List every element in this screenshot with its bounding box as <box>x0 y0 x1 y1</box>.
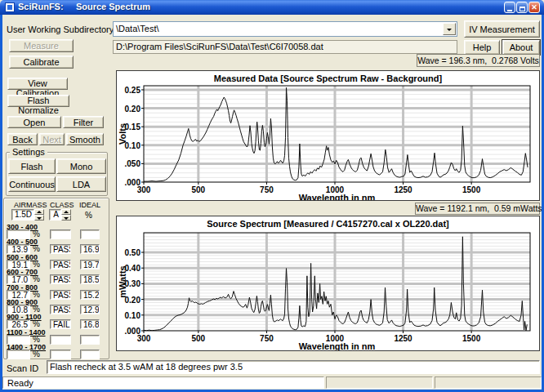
class-value-box[interactable]: PASS <box>50 305 71 314</box>
svg-text:Source Spectrum [Measured / C4: Source Spectrum [Measured / C4157270.cal… <box>207 219 449 229</box>
scan-id-input[interactable]: Flash recheck at 3.5 wAM at 18 degrees p… <box>47 360 540 374</box>
mono-button[interactable]: Mono <box>56 158 106 174</box>
airmass-value-box[interactable] <box>7 350 30 359</box>
measure-button[interactable]: Measure <box>9 39 74 52</box>
svg-text:Measured Data [Source Spectru: Measured Data [Source Spectrum Raw - Bac… <box>214 74 443 83</box>
maximize-button[interactable] <box>516 2 528 13</box>
svg-text:.000: .000 <box>125 327 141 336</box>
source-spectrum-chart[interactable]: 300500750100012501500.0000.100.200.300.4… <box>116 216 540 351</box>
class-value-box[interactable]: FAIL <box>50 319 71 329</box>
ideal-value-box[interactable] <box>80 350 100 359</box>
smooth-button[interactable]: Smooth <box>66 133 104 145</box>
status-panel-2 <box>326 376 433 389</box>
svg-text:1500: 1500 <box>462 185 481 194</box>
next-button[interactable]: Next <box>39 133 65 145</box>
filter-button[interactable]: Filter <box>63 116 104 128</box>
svg-text:750: 750 <box>260 334 274 343</box>
airmass-spinner-value[interactable]: 1.5D <box>11 209 34 220</box>
lda-button[interactable]: LDA <box>56 176 106 192</box>
view-calibration-button[interactable]: View Calibration <box>7 78 68 90</box>
working-dir-label: User Working Subdirectory : <box>7 24 118 34</box>
svg-text:mWatts: mWatts <box>118 265 127 297</box>
class-value-box[interactable]: PASS <box>50 274 71 284</box>
percent-label: % <box>33 229 40 238</box>
ideal-value-box[interactable]: 18.5 <box>80 274 100 284</box>
class-value-box[interactable] <box>50 229 71 239</box>
class-header: CLASS <box>50 201 74 209</box>
close-button[interactable]: ✕ <box>528 2 540 13</box>
spin-up-icon <box>37 211 42 213</box>
svg-text:0.25: 0.25 <box>125 86 141 95</box>
svg-text:0.20: 0.20 <box>125 105 141 114</box>
minimize-icon <box>507 10 512 11</box>
wave-readout-top: Wave = 196.3 nm, 0.2768 Volts <box>417 54 540 67</box>
ideal-value-box[interactable]: 19.7 <box>80 260 100 270</box>
window-title: SciRunFS: Source Spectrum <box>18 2 150 11</box>
minimize-button[interactable] <box>504 2 515 13</box>
back-button[interactable]: Back <box>7 133 38 145</box>
ideal-header: IDEAL <box>79 201 100 209</box>
airmass-spinner <box>34 209 44 220</box>
ideal-value-box[interactable]: 16.8 <box>80 319 100 329</box>
svg-text:500: 500 <box>192 334 206 343</box>
class-spin-down[interactable] <box>61 215 71 220</box>
svg-text:Volts: Volts <box>118 123 127 145</box>
status-ready: Ready <box>2 376 324 389</box>
class-spinner <box>61 209 71 220</box>
class-value-box[interactable] <box>50 350 71 359</box>
percent-label: % <box>33 335 40 344</box>
svg-text:750: 750 <box>260 185 274 194</box>
continuous-button[interactable]: Continuous <box>8 176 56 192</box>
working-dir-value: \Data\Test\ <box>116 24 159 33</box>
svg-text:Wavelength in nm: Wavelength in nm <box>299 193 376 200</box>
percent-label: % <box>33 290 40 299</box>
svg-text:1250: 1250 <box>394 334 412 343</box>
percent-label: % <box>33 260 40 269</box>
app-window: SciRunFS: Source Spectrum ✕ User Working… <box>0 0 544 392</box>
ideal-value-box[interactable]: 16.9 <box>80 244 100 254</box>
about-button[interactable]: About <box>502 40 540 55</box>
open-button[interactable]: Open <box>7 116 61 128</box>
wave-readout-bottom: Wave = 1192.1 nm, 0.59 mWatts <box>415 203 540 215</box>
ideal-value-box[interactable]: 12.9 <box>80 305 100 314</box>
window-border-left <box>0 15 2 392</box>
class-value-box[interactable] <box>50 335 71 345</box>
close-icon: ✕ <box>531 3 537 11</box>
class-value-box[interactable]: PASS <box>50 244 71 254</box>
app-icon <box>5 2 15 12</box>
airmass-spin-up[interactable] <box>34 209 44 215</box>
class-spinner-value[interactable]: A <box>49 209 61 220</box>
scan-id-label: Scan ID <box>7 363 38 373</box>
iv-measurement-button[interactable]: IV Measurement <box>464 20 540 38</box>
combobox-dropdown-button[interactable] <box>443 23 456 35</box>
svg-text:.050: .050 <box>125 159 141 168</box>
flash-button[interactable]: Flash <box>8 158 56 174</box>
svg-text:1500: 1500 <box>462 334 481 343</box>
chevron-down-icon <box>447 29 452 33</box>
working-dir-combobox[interactable]: \Data\Test\ <box>113 21 457 37</box>
ideal-value-box[interactable] <box>80 335 100 345</box>
measured-data-chart[interactable]: 300500750100012501500.000.0500.100.150.2… <box>116 70 540 201</box>
source-spectrum-chart-svg[interactable]: 300500750100012501500.0000.100.200.300.4… <box>117 216 539 350</box>
percent-label: % <box>33 350 40 359</box>
svg-text:1250: 1250 <box>394 185 412 194</box>
svg-text:Wavelength in nm: Wavelength in nm <box>299 341 376 350</box>
spin-down-icon <box>37 217 42 220</box>
flash-normalize-button[interactable]: Flash Normalize <box>7 95 69 107</box>
ideal-value-box[interactable]: 15.2 <box>80 290 100 300</box>
class-spin-up[interactable] <box>61 209 71 215</box>
ideal-unit-label: % <box>85 211 92 220</box>
help-button[interactable]: Help <box>464 40 500 55</box>
maximize-icon <box>519 7 525 11</box>
titlebar[interactable]: SciRunFS: Source Spectrum ✕ <box>0 0 544 15</box>
class-value-box[interactable]: PASS <box>50 260 71 270</box>
ideal-value-box[interactable] <box>80 229 100 239</box>
class-value-box[interactable]: PASS <box>50 290 71 300</box>
percent-label: % <box>33 274 40 283</box>
calibrate-button[interactable]: Calibrate <box>9 56 74 69</box>
measured-data-chart-svg[interactable]: 300500750100012501500.000.0500.100.150.2… <box>117 71 539 200</box>
percent-label: % <box>33 244 40 253</box>
svg-text:0.50: 0.50 <box>125 248 141 257</box>
percent-label: % <box>33 319 40 328</box>
airmass-spin-down[interactable] <box>34 215 44 220</box>
